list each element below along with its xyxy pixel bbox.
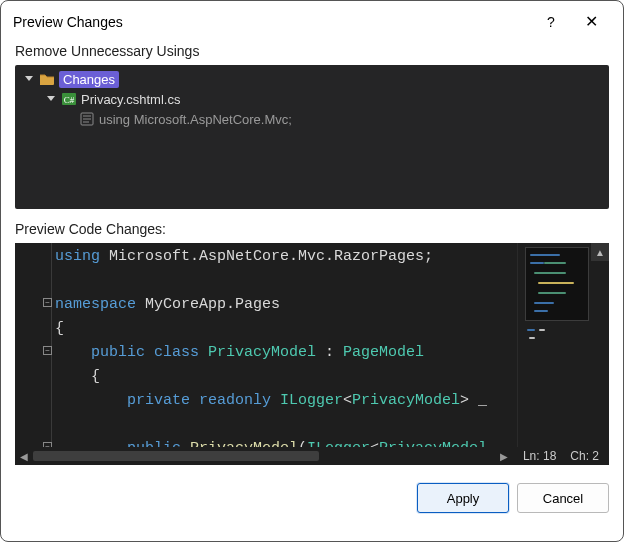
outline-collapse-icon[interactable]: −: [43, 346, 52, 355]
tree-section-label: Remove Unnecessary Usings: [1, 41, 623, 65]
tree-node-label: Privacy.cshtml.cs: [81, 92, 180, 107]
chevron-down-icon[interactable]: [45, 93, 57, 105]
apply-button[interactable]: Apply: [417, 483, 509, 513]
scroll-right-icon[interactable]: ▶: [495, 447, 513, 465]
cancel-button[interactable]: Cancel: [517, 483, 609, 513]
changes-tree: Changes C# Privacy.cshtml.cs using Micro…: [15, 65, 609, 209]
close-button[interactable]: ✕: [571, 12, 611, 32]
tree-node-label: using Microsoft.AspNetCore.Mvc;: [99, 112, 292, 127]
titlebar: Preview Changes ? ✕: [1, 1, 623, 41]
code-content[interactable]: using Microsoft.AspNetCore.Mvc.RazorPage…: [55, 243, 517, 447]
chevron-down-icon[interactable]: [23, 73, 35, 85]
outline-collapse-icon[interactable]: −: [43, 442, 52, 447]
svg-text:C#: C#: [64, 95, 75, 105]
tree-node-using[interactable]: using Microsoft.AspNetCore.Mvc;: [19, 109, 605, 129]
code-section-label: Preview Code Changes:: [1, 219, 623, 243]
scroll-thumb[interactable]: [33, 451, 319, 461]
tree-node-changes[interactable]: Changes: [19, 69, 605, 89]
tree-node-label: Changes: [59, 71, 119, 88]
horizontal-scrollbar[interactable]: ◀ ▶ Ln: 18 Ch: 2: [15, 447, 609, 465]
scroll-up-icon[interactable]: ▲: [591, 243, 609, 261]
help-button[interactable]: ?: [531, 12, 571, 32]
csharp-file-icon: C#: [61, 91, 77, 107]
tree-node-file[interactable]: C# Privacy.cshtml.cs: [19, 89, 605, 109]
outline-collapse-icon[interactable]: −: [43, 298, 52, 307]
dialog-title: Preview Changes: [13, 14, 531, 30]
code-preview: − − − using Microsoft.AspNetCore.Mvc.Raz…: [15, 243, 609, 465]
line-indicator: Ln: 18: [523, 449, 556, 463]
minimap-thumbnail: [525, 247, 589, 321]
minimap[interactable]: ▲: [517, 243, 609, 447]
folder-icon: [39, 71, 55, 87]
scroll-track[interactable]: [33, 449, 495, 463]
dialog-buttons: Apply Cancel: [1, 473, 623, 527]
scroll-left-icon[interactable]: ◀: [15, 447, 33, 465]
code-gutter: − − −: [15, 243, 55, 447]
col-indicator: Ch: 2: [570, 449, 599, 463]
editor-status: Ln: 18 Ch: 2: [513, 449, 609, 463]
code-line-icon: [79, 111, 95, 127]
